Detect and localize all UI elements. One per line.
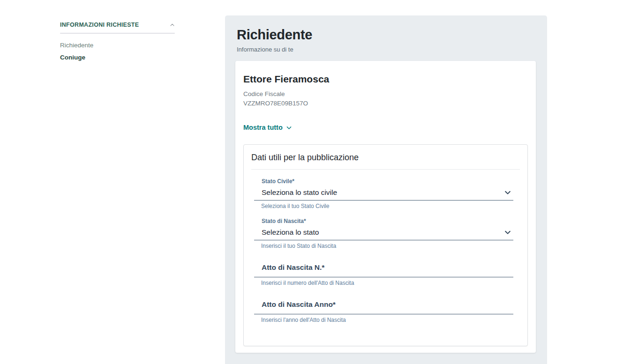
applicant-card: Ettore Fieramosca Codice Fiscale VZZMRO7… [235, 61, 536, 353]
main-header: Richiedente Informazione su di te [225, 15, 547, 53]
section-title: Dati utili per la pubblicazione [251, 145, 520, 170]
sidebar-accordion-header[interactable]: INFORMAZIONI RICHIESTE [60, 22, 175, 28]
chevron-down-icon [504, 189, 511, 196]
atto-di-nascita-anno-input[interactable] [254, 309, 513, 314]
codice-fiscale-value: VZZMRO78E09B157O [243, 99, 528, 108]
stato-civile-helper: Seleziona il tuo Stato Civile [254, 203, 513, 209]
chevron-up-icon[interactable] [170, 22, 175, 28]
field-stato-civile: Stato Civile* Seleziona lo stato civile … [254, 178, 513, 209]
show-all-label: Mostra tutto [243, 124, 283, 131]
stato-di-nascita-selected-value: Seleziona lo stato [262, 228, 319, 237]
codice-fiscale-label: Codice Fiscale [243, 89, 528, 99]
page-title: Richiedente [237, 27, 547, 43]
stato-di-nascita-helper: Inserisci il tuo Stato di Nascita [254, 243, 513, 249]
stato-civile-label: Stato Civile* [254, 178, 513, 185]
page-subtitle: Informazione su di te [237, 46, 547, 53]
atto-di-nascita-anno-helper: Inserisci l'anno dell'Atto di Nascita [254, 317, 513, 323]
atto-di-nascita-anno-label: Atto di Nascita Anno* [254, 300, 513, 309]
stato-di-nascita-label: Stato di Nascita* [254, 218, 513, 224]
form-fields: Stato Civile* Seleziona lo stato civile … [254, 178, 513, 323]
chevron-down-icon [286, 125, 292, 131]
publication-data-card: Dati utili per la pubblicazione Stato Ci… [243, 144, 528, 346]
atto-di-nascita-n-helper: Inserisci il numero dell'Atto di Nascita [254, 280, 513, 286]
field-atto-di-nascita-anno: Atto di Nascita Anno* Inserisci l'anno d… [254, 300, 513, 323]
stato-di-nascita-select[interactable]: Seleziona lo stato [254, 224, 513, 240]
stato-civile-select[interactable]: Seleziona lo stato civile [254, 185, 513, 201]
sidebar-nav: Richiedente Coniuge [60, 42, 175, 61]
field-atto-di-nascita-n: Atto di Nascita N.* Inserisci il numero … [254, 263, 513, 286]
stato-civile-selected-value: Seleziona lo stato civile [262, 188, 337, 197]
chevron-down-icon [504, 229, 511, 236]
sidebar: INFORMAZIONI RICHIESTE Richiedente Coniu… [60, 22, 175, 66]
sidebar-item-richiedente[interactable]: Richiedente [60, 42, 175, 49]
sidebar-title: INFORMAZIONI RICHIESTE [60, 22, 139, 28]
atto-di-nascita-n-input[interactable] [254, 272, 513, 277]
sidebar-divider [60, 33, 175, 34]
applicant-name: Ettore Fieramosca [243, 74, 528, 85]
sidebar-item-coniuge[interactable]: Coniuge [60, 54, 175, 61]
atto-di-nascita-n-label: Atto di Nascita N.* [254, 263, 513, 272]
show-all-toggle[interactable]: Mostra tutto [243, 124, 292, 131]
field-stato-di-nascita: Stato di Nascita* Seleziona lo stato Ins… [254, 218, 513, 249]
main-panel: Richiedente Informazione su di te Ettore… [225, 15, 547, 364]
